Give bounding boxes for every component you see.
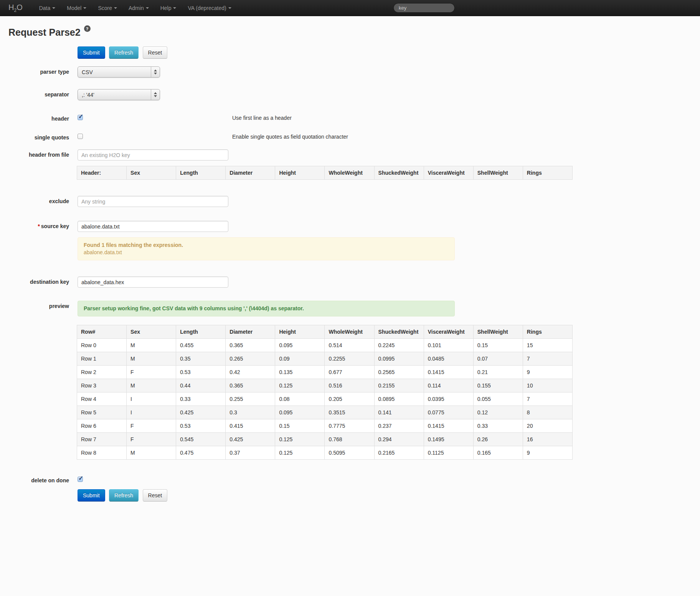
column-header: Diameter: [226, 166, 275, 180]
table-cell: 0.514: [325, 339, 374, 352]
table-cell: 0.101: [424, 339, 473, 352]
table-cell: 0.0895: [374, 392, 424, 406]
header-from-file-input[interactable]: [78, 149, 228, 161]
column-header: ShuckedWeight: [374, 325, 424, 339]
table-cell: 0.0395: [424, 392, 473, 406]
nav-menu-score[interactable]: Score: [92, 0, 123, 16]
table-cell: 7: [523, 392, 572, 406]
field-label: header: [0, 113, 69, 122]
table-cell: 0.2165: [374, 446, 424, 460]
field-label: *source key: [0, 221, 69, 230]
column-header: Sex: [127, 166, 176, 180]
column-header: VisceraWeight: [424, 325, 473, 339]
nav-menu-va-deprecated[interactable]: VA (deprecated): [182, 0, 237, 16]
table-cell: 0.37: [226, 446, 275, 460]
header-checkbox[interactable]: [78, 115, 83, 120]
table-cell: Row 1: [77, 352, 127, 366]
table-cell: F: [127, 433, 176, 446]
table-row: Row 7F0.5450.4250.1250.7680.2940.14950.2…: [77, 433, 573, 446]
table-cell: 0.07: [473, 352, 523, 366]
single-quotes-help-text: Enable single quotes as field quotation …: [232, 133, 348, 140]
table-cell: 0.42: [226, 366, 275, 379]
selected-value: ,: '44': [82, 92, 94, 98]
table-row: Row 5I0.4250.30.0950.35150.1410.07750.12…: [77, 406, 573, 419]
preview-status-alert: Parser setup working fine, got CSV data …: [78, 301, 455, 316]
field-label: delete on done: [0, 475, 69, 484]
table-cell: 0.125: [275, 433, 325, 446]
delete-on-done-checkbox[interactable]: [78, 477, 83, 482]
data-preview-table: Row#SexLengthDiameterHeightWholeWeightSh…: [77, 325, 573, 460]
destination-key-row: destination key: [0, 276, 700, 288]
table-cell: Row 5: [77, 406, 127, 419]
header-from-file-row: header from file Header:SexLengthDiamete…: [0, 149, 700, 180]
help-icon[interactable]: ?: [84, 25, 91, 32]
bottom-actions: Submit Refresh Reset: [78, 489, 700, 502]
refresh-button[interactable]: Refresh: [109, 489, 139, 502]
table-cell: 0.15: [473, 339, 523, 352]
single-quotes-checkbox[interactable]: [78, 134, 83, 139]
table-cell: 0.095: [275, 339, 325, 352]
column-header: Row#: [77, 325, 127, 339]
table-cell: 0.26: [473, 433, 523, 446]
submit-button[interactable]: Submit: [78, 489, 105, 502]
reset-button[interactable]: Reset: [143, 489, 168, 502]
table-cell: 0.2565: [374, 366, 424, 379]
table-cell: I: [127, 406, 176, 419]
table-cell: 0.0775: [424, 406, 473, 419]
caret-down-icon: [114, 7, 117, 9]
column-header: WholeWeight: [325, 325, 374, 339]
table-cell: F: [127, 366, 176, 379]
h2o-logo[interactable]: H2O: [8, 3, 23, 13]
source-key-row: *source key Found 1 files matching the e…: [0, 221, 700, 260]
source-key-match-alert: Found 1 files matching the expression. a…: [78, 237, 455, 260]
table-cell: I: [127, 392, 176, 406]
table-cell: 0.33: [473, 419, 523, 433]
caret-down-icon: [52, 7, 55, 9]
column-header: VisceraWeight: [424, 166, 473, 180]
caret-down-icon: [83, 7, 86, 9]
nav-menu-model[interactable]: Model: [61, 0, 92, 16]
header-row: header Use first line as a header: [0, 113, 700, 122]
column-header: Height: [275, 325, 325, 339]
single-quotes-row: single quotes Enable single quotes as fi…: [0, 132, 700, 141]
table-cell: 0.44: [176, 379, 226, 392]
refresh-button[interactable]: Refresh: [109, 46, 139, 59]
nav-menu-label: Admin: [129, 5, 144, 11]
column-header: ShellWeight: [473, 166, 523, 180]
table-cell: 0.1415: [424, 366, 473, 379]
exclude-row: exclude: [0, 196, 700, 207]
nav-menu-label: Score: [98, 5, 112, 11]
table-cell: 0.114: [424, 379, 473, 392]
table-cell: 0.125: [275, 446, 325, 460]
parser-type-select[interactable]: CSV: [78, 66, 160, 78]
table-row: Row 4I0.330.2550.080.2050.08950.03950.05…: [77, 392, 573, 406]
table-cell: 0.09: [275, 352, 325, 366]
exclude-input[interactable]: [78, 196, 228, 207]
nav-menu-admin[interactable]: Admin: [123, 0, 155, 16]
destination-key-input[interactable]: [78, 276, 228, 288]
table-header-row: Row#SexLengthDiameterHeightWholeWeightSh…: [77, 325, 573, 339]
column-header: Rings: [523, 325, 572, 339]
table-cell: 7: [523, 352, 572, 366]
table-cell: 0.15: [275, 419, 325, 433]
separator-row: separator ,: '44': [0, 89, 700, 100]
table-cell: 0.205: [325, 392, 374, 406]
nav-menu-help[interactable]: Help: [155, 0, 182, 16]
table-cell: 0.3515: [325, 406, 374, 419]
table-cell: Row 4: [77, 392, 127, 406]
top-actions: Submit Refresh Reset: [78, 46, 700, 59]
search-input[interactable]: [393, 3, 455, 13]
table-row: Row 1M0.350.2650.090.22550.09950.04850.0…: [77, 352, 573, 366]
table-cell: 0.294: [374, 433, 424, 446]
nav-menu-data[interactable]: Data: [33, 0, 61, 16]
reset-button[interactable]: Reset: [143, 46, 168, 59]
source-key-input[interactable]: [78, 221, 228, 232]
separator-select[interactable]: ,: '44': [78, 89, 160, 100]
alert-file-name: abalone.data.txt: [84, 249, 449, 256]
table-cell: Row 8: [77, 446, 127, 460]
table-cell: 0.0485: [424, 352, 473, 366]
submit-button[interactable]: Submit: [78, 46, 105, 59]
field-label: parser type: [0, 66, 69, 75]
table-cell: 0.2245: [374, 339, 424, 352]
table-cell: 0.768: [325, 433, 374, 446]
